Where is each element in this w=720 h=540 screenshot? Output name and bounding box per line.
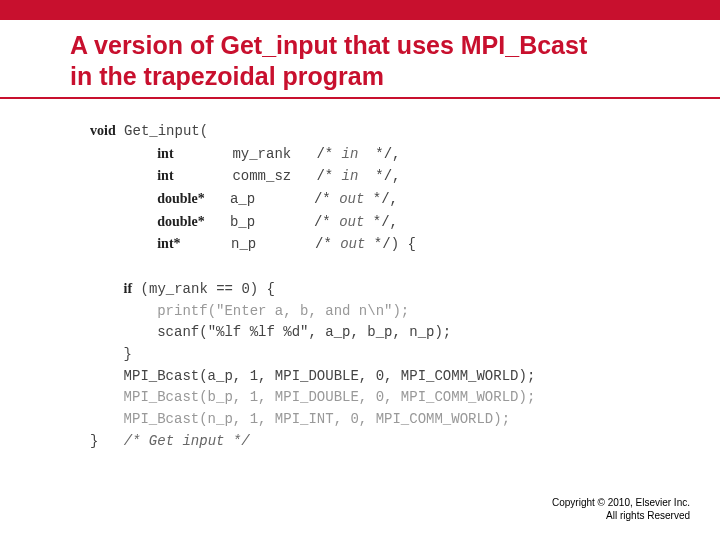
param-dir: in [342,168,359,184]
param-name: my_rank [232,146,291,162]
end-brace: } [90,433,98,449]
param-dir: out [340,236,365,252]
title-line-2: in the trapezoidal program [70,62,384,90]
fn-name: Get_input( [124,123,208,139]
copyright-footer: Copyright © 2010, Elsevier Inc. All righ… [552,496,690,522]
printf: printf("Enter a, b, and n\n"); [157,303,409,319]
param-row: int* n_p /* out */) { [90,233,660,256]
title-line-1: A version of Get_input that uses MPI_Bca… [70,31,587,59]
param-row: int my_rank /* in */, [90,143,660,166]
end-comment: /* Get input */ [124,433,250,449]
header-accent-bar [0,0,720,20]
param-name: a_p [230,191,255,207]
param-type: double* [157,214,204,229]
close-if: } [90,344,660,366]
bcast-line: MPI_Bcast(b_p, 1, MPI_DOUBLE, 0, MPI_COM… [90,387,660,409]
slide-title-block: A version of Get_input that uses MPI_Bca… [70,30,680,93]
kw-void: void [90,123,116,138]
param-row: double* b_p /* out */, [90,211,660,234]
param-tail: */, [375,168,400,184]
code-block: void Get_input( int my_rank /* in */, in… [90,120,660,452]
bcast3: MPI_Bcast(n_p, 1, MPI_INT, 0, MPI_COMM_W… [124,411,510,427]
if-line: if (my_rank == 0) { [90,278,660,301]
bcast-line: MPI_Bcast(a_p, 1, MPI_DOUBLE, 0, MPI_COM… [90,366,660,388]
param-name: b_p [230,214,255,230]
param-type: double* [157,191,204,206]
slide-title: A version of Get_input that uses MPI_Bca… [70,30,680,93]
close-brace: } [124,346,132,362]
param-row: int comm_sz /* in */, [90,165,660,188]
param-dir: out [339,214,364,230]
fn-signature: void Get_input( [90,120,660,143]
param-type: int [157,168,173,183]
bcast1: MPI_Bcast(a_p, 1, MPI_DOUBLE, 0, MPI_COM… [124,368,536,384]
param-dir: out [339,191,364,207]
fn-end: } /* Get input */ [90,431,660,453]
if-cond: (my_rank == 0) { [141,281,275,297]
scanf-line: scanf("%lf %lf %d", a_p, b_p, n_p); [90,322,660,344]
footer-line-1: Copyright © 2010, Elsevier Inc. [552,496,690,509]
printf-line: printf("Enter a, b, and n\n"); [90,301,660,323]
param-type: int* [157,236,180,251]
param-row: double* a_p /* out */, [90,188,660,211]
kw-if: if [124,281,133,296]
title-underline [0,97,720,99]
param-tail: */, [373,214,398,230]
param-type: int [157,146,173,161]
param-tail: */, [373,191,398,207]
blank-row [90,256,660,278]
bcast-line: MPI_Bcast(n_p, 1, MPI_INT, 0, MPI_COMM_W… [90,409,660,431]
footer-line-2: All rights Reserved [552,509,690,522]
param-tail: */) { [374,236,416,252]
param-name: comm_sz [232,168,291,184]
param-dir: in [342,146,359,162]
param-tail: */, [375,146,400,162]
bcast2: MPI_Bcast(b_p, 1, MPI_DOUBLE, 0, MPI_COM… [124,389,536,405]
param-name: n_p [231,236,256,252]
scanf: scanf("%lf %lf %d", a_p, b_p, n_p); [157,324,451,340]
